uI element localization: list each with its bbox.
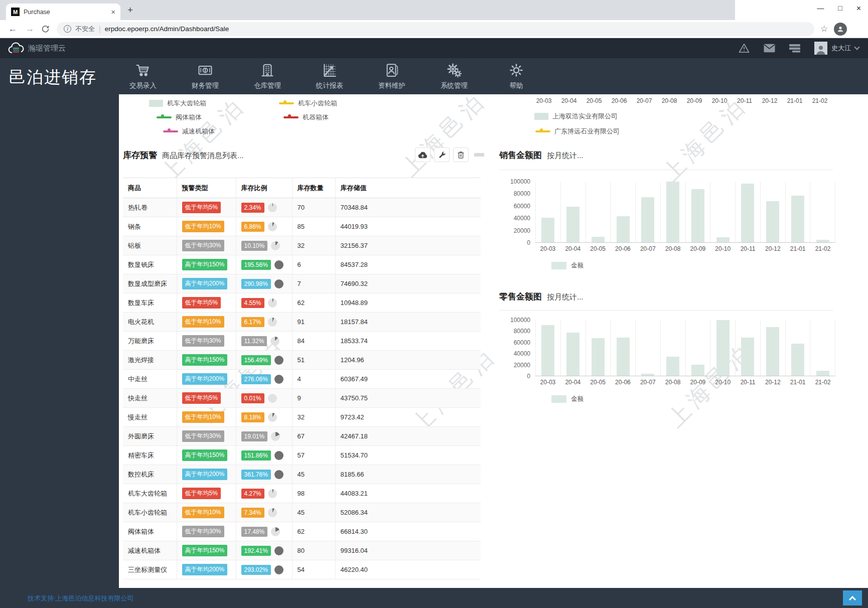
table-row[interactable]: 中走丝高于年均200%276.06%460367.49 bbox=[123, 370, 481, 389]
forward-icon[interactable]: → bbox=[25, 24, 34, 34]
bar bbox=[592, 338, 605, 376]
table-row[interactable]: 机车大齿轮箱低于年均5%4.27%9844083.21 bbox=[123, 484, 481, 503]
pie-icon bbox=[274, 279, 283, 288]
table-row[interactable]: 激光焊接高于年均150%156.49%511204.96 bbox=[123, 351, 481, 370]
bar bbox=[641, 374, 654, 376]
sales-chart-header: 销售金额图 按月统计... bbox=[499, 149, 584, 161]
legend-label: 阀体箱体 bbox=[176, 113, 202, 122]
nav-item-3[interactable]: 仓库管理 bbox=[236, 58, 299, 94]
bookmark-star-icon[interactable]: ☆ bbox=[820, 24, 828, 34]
bar bbox=[766, 201, 779, 242]
nav-item-1[interactable]: 交易录入 bbox=[112, 58, 174, 94]
url-omnibox[interactable]: i 不安全 | erpdoc.epoerp.cn/Admin/Dashboard… bbox=[57, 22, 814, 36]
new-tab-button[interactable]: + bbox=[127, 5, 133, 16]
messages-mail-icon[interactable] bbox=[764, 44, 775, 53]
nav-item-5[interactable]: 资料维护 bbox=[361, 58, 423, 94]
cell-alert-type: 低于年均10% bbox=[177, 313, 236, 332]
table-row[interactable]: 减速机箱体高于年均150%192.41%8099316.04 bbox=[123, 541, 481, 560]
table-row[interactable]: 电火花机低于年均10%6.17%9118157.84 bbox=[123, 313, 481, 332]
legend-item[interactable]: 广东博远石业有限公司 bbox=[535, 127, 620, 135]
table-row[interactable]: 三坐标测量仪高于年均200%293.02%5446220.40 bbox=[123, 560, 481, 579]
contacts-icon bbox=[384, 62, 399, 78]
cell-product: 三坐标测量仪 bbox=[123, 560, 177, 579]
cell-qty: 91 bbox=[292, 313, 335, 332]
ratio-badge: 6.86% bbox=[241, 222, 264, 232]
axis-label: 20-07 bbox=[632, 97, 657, 104]
legend-label: 机车小齿轮箱 bbox=[298, 99, 337, 108]
nav-item-4[interactable]: 统计报表 bbox=[299, 58, 361, 94]
table-row[interactable]: 数显成型磨床高于年均200%290.98%774690.32 bbox=[123, 274, 481, 293]
ratio-badge: 19.01% bbox=[241, 431, 268, 441]
legend-item[interactable]: 机车大齿轮箱 bbox=[149, 99, 206, 107]
alerts-warning-icon[interactable] bbox=[739, 43, 750, 53]
customer-chart-axis: 20-0320-0420-0520-0620-0720-0820-0920-10… bbox=[531, 97, 832, 104]
table-row[interactable]: 快走丝低于年均5%0.01%943750.75 bbox=[123, 389, 481, 408]
y-tick-label: 100000 bbox=[510, 178, 530, 185]
browser-tab[interactable]: M Purchase × bbox=[6, 4, 120, 20]
chart-legend[interactable]: 金额 bbox=[551, 395, 835, 403]
table-row[interactable]: 精密车床高于年均150%151.86%5751534.70 bbox=[123, 446, 481, 465]
ratio-badge: 276.06% bbox=[241, 374, 271, 384]
bar bbox=[716, 320, 730, 376]
back-to-top-button[interactable] bbox=[843, 590, 862, 605]
ratio-badge: 8.18% bbox=[241, 412, 264, 422]
browser-profile-icon[interactable] bbox=[834, 23, 847, 36]
alert-type-badge: 低于年均30% bbox=[182, 335, 224, 347]
tab-close-icon[interactable]: × bbox=[111, 8, 115, 16]
table-row[interactable]: 数控机床高于年均200%361.76%458185.66 bbox=[123, 465, 481, 484]
nav-item-6[interactable]: 系统管理 bbox=[423, 58, 485, 94]
cloud-upload-icon[interactable] bbox=[415, 147, 430, 162]
user-menu[interactable]: 史大江 bbox=[814, 42, 859, 55]
table-row[interactable]: 外圆磨床低于年均30%19.01%6742467.18 bbox=[123, 427, 481, 446]
cell-product: 减速机箱体 bbox=[123, 541, 177, 560]
table-row[interactable]: 铝板低于年均30%10.10%3232156.37 bbox=[123, 236, 481, 255]
chart-legend[interactable]: 金额 bbox=[551, 261, 835, 270]
bar bbox=[641, 197, 654, 242]
cell-value: 66814.30 bbox=[335, 522, 481, 541]
legend-item[interactable]: 上海双浩实业有限公司 bbox=[534, 112, 618, 120]
x-tick-label: 20-08 bbox=[660, 245, 685, 252]
ratio-badge: 4.55% bbox=[241, 298, 264, 308]
wrench-icon[interactable] bbox=[434, 147, 450, 162]
back-icon[interactable]: ← bbox=[8, 24, 17, 34]
legend-item[interactable]: 机器箱体 bbox=[283, 113, 329, 121]
window-minimize-icon[interactable]: — bbox=[817, 4, 824, 13]
y-tick-label: 40000 bbox=[514, 215, 530, 222]
table-row[interactable]: 万能磨床低于年均30%11.32%8418533.74 bbox=[123, 332, 481, 351]
refresh-icon[interactable] bbox=[41, 25, 50, 33]
ratio-badge: 361.76% bbox=[241, 470, 271, 480]
site-info-icon[interactable]: i bbox=[64, 25, 71, 33]
cell-ratio: 192.41% bbox=[236, 541, 292, 560]
trash-icon[interactable] bbox=[453, 147, 469, 162]
bar bbox=[741, 184, 754, 242]
cell-product: 铝板 bbox=[123, 236, 177, 255]
cell-alert-type: 高于年均200% bbox=[177, 560, 236, 579]
table-row[interactable]: 阀体箱体低于年均30%17.48%6266814.30 bbox=[123, 522, 481, 541]
cell-value: 46220.40 bbox=[335, 560, 481, 579]
column-header: 商品 bbox=[123, 178, 177, 198]
window-close-icon[interactable]: × bbox=[856, 4, 861, 13]
nav-item-7[interactable]: 帮助 bbox=[485, 58, 547, 94]
cloud-logo-icon[interactable] bbox=[8, 42, 25, 55]
table-row[interactable]: 热轧卷低于年均5%2.34%7070348.84 bbox=[123, 198, 481, 217]
window-maximize-icon[interactable]: □ bbox=[838, 4, 842, 13]
table-row[interactable]: 数显铣床高于年均150%195.56%684537.28 bbox=[123, 255, 481, 274]
table-row[interactable]: 钢条低于年均10%6.86%8544019.93 bbox=[123, 217, 481, 236]
table-row[interactable]: 机车小齿轮箱低于年均10%7.34%4552086.34 bbox=[123, 503, 481, 522]
bar bbox=[666, 357, 679, 376]
legend-item[interactable]: 减速机箱体 bbox=[163, 127, 215, 135]
cell-ratio: 156.49% bbox=[236, 351, 292, 370]
alert-type-badge: 低于年均5% bbox=[182, 297, 221, 309]
nav-item-2[interactable]: 财务管理 bbox=[174, 58, 236, 94]
cell-ratio: 6.86% bbox=[236, 217, 292, 236]
brand-name: 瀚琚管理云 bbox=[28, 44, 66, 53]
legend-item[interactable]: 阀体箱体 bbox=[157, 113, 202, 121]
x-tick-label: 21-02 bbox=[810, 245, 835, 252]
table-row[interactable]: 数显车床低于年均5%4.55%6210948.89 bbox=[123, 293, 481, 313]
warehouse-icon bbox=[260, 62, 275, 78]
security-label: 不安全 bbox=[75, 25, 95, 34]
tasks-server-icon[interactable] bbox=[789, 44, 800, 53]
table-row[interactable]: 慢走丝低于年均10%8.18%329723.42 bbox=[123, 408, 481, 427]
cell-qty: 57 bbox=[292, 446, 335, 465]
legend-item[interactable]: 机车小齿轮箱 bbox=[279, 99, 337, 107]
